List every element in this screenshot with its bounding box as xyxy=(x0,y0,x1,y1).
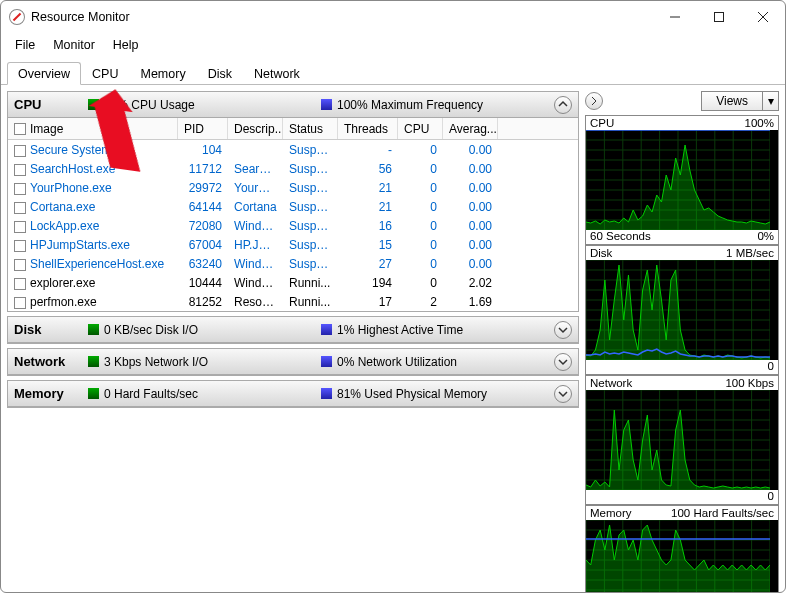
charts-toolbar: Views ▾ xyxy=(585,91,779,111)
panel-cpu-stat1: 12% CPU Usage xyxy=(88,98,307,112)
chart-title: Disk xyxy=(590,247,612,259)
panel-network-stat1: 3 Kbps Network I/O xyxy=(88,355,307,369)
panel-memory-header[interactable]: Memory 0 Hard Faults/sec 81% Used Physic… xyxy=(8,381,578,407)
panel-memory-stat1: 0 Hard Faults/sec xyxy=(88,387,307,401)
swatch-green-icon xyxy=(88,388,99,399)
table-body[interactable]: Secure System104Suspe...-00.00SearchHost… xyxy=(8,140,578,311)
panel-disk-header[interactable]: Disk 0 KB/sec Disk I/O 1% Highest Active… xyxy=(8,317,578,343)
chart-disk: Disk1 MB/sec0 xyxy=(585,245,779,375)
col-threads[interactable]: Threads xyxy=(338,118,398,139)
table-row[interactable]: YourPhone.exe29972YourPh...Suspe...2100.… xyxy=(8,178,578,197)
panel-disk: Disk 0 KB/sec Disk I/O 1% Highest Active… xyxy=(7,316,579,344)
chart-scale: 100 Hard Faults/sec xyxy=(671,507,774,519)
swatch-blue-icon xyxy=(321,324,332,335)
panel-network-title: Network xyxy=(14,354,74,369)
panel-memory-title: Memory xyxy=(14,386,74,401)
menu-bar: File Monitor Help xyxy=(1,33,785,57)
panel-network: Network 3 Kbps Network I/O 0% Network Ut… xyxy=(7,348,579,376)
panel-disk-title: Disk xyxy=(14,322,74,337)
swatch-green-icon xyxy=(88,99,99,110)
row-checkbox[interactable] xyxy=(14,202,26,214)
expand-icon[interactable] xyxy=(554,353,572,371)
panel-memory-stat2: 81% Used Physical Memory xyxy=(321,387,540,401)
panel-memory: Memory 0 Hard Faults/sec 81% Used Physic… xyxy=(7,380,579,408)
col-status[interactable]: Status xyxy=(283,118,338,139)
maximize-button[interactable] xyxy=(697,3,741,31)
row-checkbox[interactable] xyxy=(14,145,26,157)
col-cpu[interactable]: CPU xyxy=(398,118,443,139)
row-checkbox[interactable] xyxy=(14,240,26,252)
tab-disk[interactable]: Disk xyxy=(197,62,243,85)
table-row[interactable]: Cortana.exe64144CortanaSuspe...2100.00 xyxy=(8,197,578,216)
tab-cpu[interactable]: CPU xyxy=(81,62,129,85)
close-button[interactable] xyxy=(741,3,785,31)
window-title: Resource Monitor xyxy=(31,10,130,24)
titlebar: Resource Monitor xyxy=(1,1,785,33)
panel-disk-stat2: 1% Highest Active Time xyxy=(321,323,540,337)
table-row[interactable]: Secure System104Suspe...-00.00 xyxy=(8,140,578,159)
swatch-blue-icon xyxy=(321,388,332,399)
views-button[interactable]: Views ▾ xyxy=(701,91,779,111)
tab-overview[interactable]: Overview xyxy=(7,62,81,85)
table-row[interactable]: perfmon.exe81252Resour...Runni...1721.69 xyxy=(8,292,578,311)
table-row[interactable]: LockApp.exe72080Windo...Suspe...1600.00 xyxy=(8,216,578,235)
expand-icon[interactable] xyxy=(554,321,572,339)
panel-cpu: CPU 12% CPU Usage 100% Maximum Frequency… xyxy=(7,91,579,312)
swatch-blue-icon xyxy=(321,99,332,110)
chart-cpu: CPU100%60 Seconds0% xyxy=(585,115,779,245)
chart-title: Memory xyxy=(590,507,632,519)
chart-scale: 100 Kbps xyxy=(725,377,774,389)
chart-scale: 1 MB/sec xyxy=(726,247,774,259)
chart-network: Network100 Kbps0 xyxy=(585,375,779,505)
checkbox-all[interactable] xyxy=(14,123,26,135)
chart-memory: Memory100 Hard Faults/sec xyxy=(585,505,779,592)
dropdown-icon[interactable]: ▾ xyxy=(762,92,778,110)
tab-bar: Overview CPU Memory Disk Network xyxy=(1,57,785,85)
swatch-blue-icon xyxy=(321,356,332,367)
row-checkbox[interactable] xyxy=(14,221,26,233)
chart-canvas xyxy=(586,390,778,490)
row-checkbox[interactable] xyxy=(14,183,26,195)
expand-icon[interactable] xyxy=(554,385,572,403)
col-desc[interactable]: Descrip... xyxy=(228,118,283,139)
table-row[interactable]: ShellExperienceHost.exe63240Windo...Susp… xyxy=(8,254,578,273)
col-pid[interactable]: PID xyxy=(178,118,228,139)
chart-canvas xyxy=(586,520,778,592)
panel-cpu-stat2: 100% Maximum Frequency xyxy=(321,98,540,112)
row-checkbox[interactable] xyxy=(14,297,26,309)
chart-scale: 100% xyxy=(745,117,774,129)
tab-network[interactable]: Network xyxy=(243,62,311,85)
table-row[interactable]: SearchHost.exe11712Search...Suspe...5600… xyxy=(8,159,578,178)
chart-canvas xyxy=(586,260,778,360)
charts-list: CPU100%60 Seconds0%Disk1 MB/sec0Network1… xyxy=(585,115,779,592)
charts-collapse-icon[interactable] xyxy=(585,92,603,110)
app-icon xyxy=(6,6,29,29)
views-label: Views xyxy=(702,94,762,108)
menu-file[interactable]: File xyxy=(7,36,43,54)
panel-disk-stat1: 0 KB/sec Disk I/O xyxy=(88,323,307,337)
process-table: Image PID Descrip... Status Threads CPU … xyxy=(8,118,578,311)
minimize-button[interactable] xyxy=(653,3,697,31)
col-image[interactable]: Image xyxy=(8,118,178,139)
table-row[interactable]: explorer.exe10444Windo...Runni...19402.0… xyxy=(8,273,578,292)
chart-canvas xyxy=(586,130,778,230)
swatch-green-icon xyxy=(88,356,99,367)
collapse-icon[interactable] xyxy=(554,96,572,114)
menu-monitor[interactable]: Monitor xyxy=(45,36,103,54)
tab-memory[interactable]: Memory xyxy=(130,62,197,85)
row-checkbox[interactable] xyxy=(14,164,26,176)
panel-cpu-header[interactable]: CPU 12% CPU Usage 100% Maximum Frequency xyxy=(8,92,578,118)
panel-cpu-title: CPU xyxy=(14,97,74,112)
chart-title: Network xyxy=(590,377,632,389)
table-row[interactable]: HPJumpStarts.exe67004HP.Jum...Suspe...15… xyxy=(8,235,578,254)
row-checkbox[interactable] xyxy=(14,278,26,290)
swatch-green-icon xyxy=(88,324,99,335)
table-header: Image PID Descrip... Status Threads CPU … xyxy=(8,118,578,140)
panel-network-header[interactable]: Network 3 Kbps Network I/O 0% Network Ut… xyxy=(8,349,578,375)
row-checkbox[interactable] xyxy=(14,259,26,271)
panel-network-stat2: 0% Network Utilization xyxy=(321,355,540,369)
menu-help[interactable]: Help xyxy=(105,36,147,54)
svg-rect-1 xyxy=(715,13,724,22)
chart-title: CPU xyxy=(590,117,614,129)
col-avg[interactable]: Averag... xyxy=(443,118,498,139)
